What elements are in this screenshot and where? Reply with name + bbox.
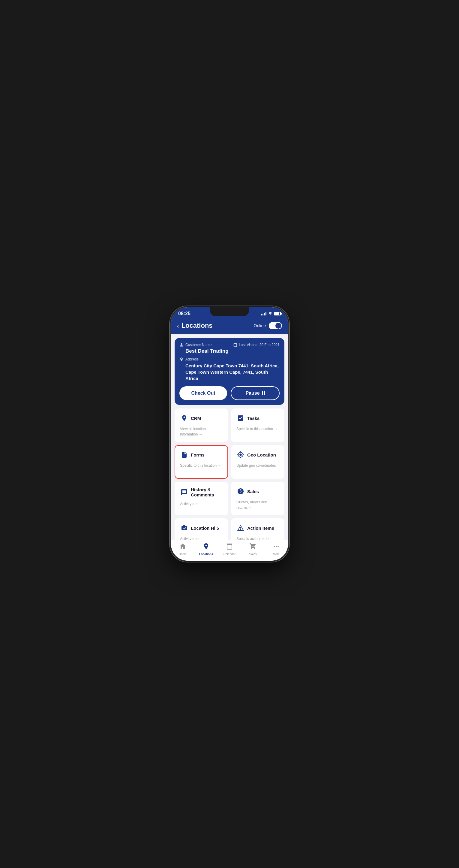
calendar-icon-small [233, 343, 237, 347]
battery-icon [274, 312, 281, 315]
bottom-nav: Home Locations Calendar Sales [171, 540, 288, 561]
menu-item-forms[interactable]: Forms Specific to this location → [174, 445, 228, 479]
tasks-subtitle: Specific to this location → [236, 427, 277, 431]
address-row: Address [179, 357, 280, 361]
sales-icon [236, 487, 245, 496]
card-top: Customer Name Last Visited: 29 Feb 2021 [179, 343, 280, 347]
menu-item-sales[interactable]: Sales Quotes, orders and returns → [231, 482, 285, 515]
last-visited-text: Last Visited: 29 Feb 2021 [239, 343, 280, 347]
location-icon-small [179, 357, 184, 361]
menu-item-history-comments[interactable]: History & Comments Activity tree → [174, 482, 228, 515]
action-items-title: Action Items [247, 526, 274, 531]
wifi-icon [268, 312, 273, 316]
forms-title: Forms [191, 452, 205, 457]
crm-icon [180, 414, 188, 422]
tasks-icon [236, 414, 245, 422]
status-time: 08:25 [178, 311, 191, 316]
history-comments-icon [180, 488, 188, 496]
geo-location-title: Geo Location [247, 452, 276, 457]
last-visited-row: Last Visited: 29 Feb 2021 [233, 343, 280, 347]
history-comments-subtitle: Activity tree → [180, 502, 203, 506]
action-items-icon [236, 524, 245, 532]
location-hi5-title: Location Hi 5 [191, 526, 219, 531]
notch [210, 307, 249, 316]
pause-icon [262, 391, 265, 395]
history-comments-title: History & Comments [191, 487, 223, 497]
checkout-button[interactable]: Check Out [179, 386, 227, 400]
back-button[interactable]: ‹ [177, 322, 179, 329]
nav-label-calendar: Calendar [224, 553, 236, 556]
sales-title: Sales [247, 489, 259, 494]
geo-location-icon [236, 451, 245, 459]
nav-item-home[interactable]: Home [171, 542, 194, 556]
phone-screen: 08:25 ‹ Locations [171, 307, 288, 561]
nav-item-calendar[interactable]: Calendar [218, 542, 241, 556]
phone-frame: 08:25 ‹ Locations [171, 307, 288, 561]
crm-subtitle: View all location information → [180, 427, 206, 436]
header-left: ‹ Locations [177, 322, 213, 330]
location-hi5-icon [180, 524, 188, 532]
menu-item-location-hi5[interactable]: Location Hi 5 Activity tree → [174, 518, 228, 540]
sales-nav-icon [249, 542, 257, 552]
online-toggle[interactable] [269, 322, 282, 329]
home-icon [179, 542, 186, 552]
menu-item-geo-location[interactable]: Geo Location Update geo co-ordinates → [231, 445, 285, 479]
signal-icon [261, 312, 266, 315]
customer-card: Customer Name Last Visited: 29 Feb 2021 … [174, 338, 285, 405]
nav-item-sales[interactable]: Sales [241, 542, 265, 556]
more-icon [273, 542, 280, 552]
nav-item-more[interactable]: More [265, 542, 288, 556]
header-right: Online [254, 322, 282, 329]
action-items-subtitle: Specific actions to be addressed → [236, 537, 270, 540]
menu-item-tasks[interactable]: Tasks Specific to this location → [231, 408, 285, 442]
nav-label-locations: Locations [199, 553, 213, 556]
customer-name-row: Customer Name [179, 343, 211, 347]
card-buttons: Check Out Pause [179, 386, 280, 400]
menu-item-crm[interactable]: CRM View all location information → [174, 408, 228, 442]
nav-item-locations[interactable]: Locations [194, 542, 218, 556]
address-label: Address [186, 357, 199, 361]
forms-subtitle: Specific to this location → [180, 463, 221, 468]
nav-label-home: Home [179, 553, 187, 556]
customer-name-big: Best Deal Trading [186, 348, 280, 354]
online-label: Online [254, 323, 266, 328]
main-content: Customer Name Last Visited: 29 Feb 2021 … [171, 334, 288, 540]
address-text: Century City Cape Town 7441, South Afric… [186, 363, 280, 381]
nav-label-sales: Sales [249, 553, 257, 556]
page-title: Locations [182, 322, 213, 330]
toggle-knob [275, 323, 282, 329]
menu-item-action-items[interactable]: Action Items Specific actions to be addr… [231, 518, 285, 540]
calendar-icon [226, 542, 233, 552]
customer-name-label: Customer Name [186, 343, 211, 347]
forms-icon [180, 451, 188, 459]
menu-grid: CRM View all location information → Task… [171, 408, 288, 540]
status-icons [261, 312, 281, 316]
location-hi5-subtitle: Activity tree → [180, 537, 203, 540]
app-header: ‹ Locations Online [171, 319, 288, 334]
nav-label-more: More [273, 553, 280, 556]
locations-icon [202, 542, 210, 552]
sales-subtitle: Quotes, orders and returns → [236, 500, 267, 509]
person-icon [179, 343, 184, 347]
tasks-title: Tasks [247, 416, 260, 421]
crm-title: CRM [191, 416, 201, 421]
geo-location-subtitle: Update geo co-ordinates → [236, 463, 276, 473]
pause-button[interactable]: Pause [231, 386, 280, 400]
